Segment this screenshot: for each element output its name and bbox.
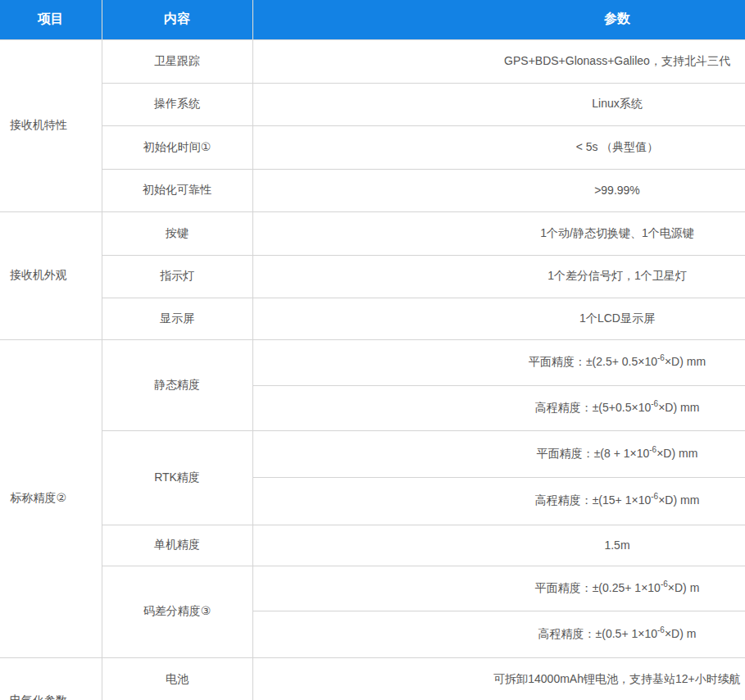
param-cell: 高程精度：±(5+0.5×10-6×D) mm xyxy=(252,385,745,430)
param-cell: 1.5m xyxy=(252,525,745,566)
content-cell: 静态精度 xyxy=(102,339,252,430)
table-row: 初始化可靠性 >99.99% xyxy=(0,169,745,211)
param-cell: 可拆卸14000mAh锂电池，支持基站12+小时续航 xyxy=(252,657,745,700)
table-row: 码差分精度③ 平面精度：±(0.25+ 1×10-6×D) m xyxy=(0,566,745,611)
param-superscript: -6 xyxy=(657,353,665,362)
content-cell: 操作系统 xyxy=(102,83,252,125)
param-superscript: -6 xyxy=(661,580,668,589)
header-cell-param: 参数 xyxy=(252,0,745,39)
section-cell-electrical-params: 电气化参数 xyxy=(0,657,102,700)
content-cell: 初始化时间① xyxy=(102,125,252,169)
content-cell: 初始化可靠性 xyxy=(102,169,252,211)
param-text: 平面精度：±(2.5+ 0.5×10 xyxy=(529,355,657,368)
param-superscript: -6 xyxy=(651,492,658,501)
param-text: ×D) mm xyxy=(656,447,697,460)
param-superscript: -6 xyxy=(657,625,665,634)
param-text: 平面精度：±(8 + 1×10 xyxy=(537,447,650,460)
param-text: 高程精度：±(0.5+ 1×10 xyxy=(538,627,657,640)
param-text: ×D) mm xyxy=(658,401,699,414)
content-cell: RTK精度 xyxy=(102,430,252,525)
param-cell: < 5s （典型值） xyxy=(252,125,745,169)
param-superscript: -6 xyxy=(649,445,656,454)
param-cell: 1个差分信号灯，1个卫星灯 xyxy=(252,255,745,298)
table-row: RTK精度 平面精度：±(8 + 1×10-6×D) mm xyxy=(0,430,745,477)
section-cell-receiver-appearance: 接收机外观 xyxy=(0,211,102,339)
table-row: 电气化参数 电池 可拆卸14000mAh锂电池，支持基站12+小时续航 xyxy=(0,657,745,700)
content-cell: 显示屏 xyxy=(102,298,252,339)
header-cell-content: 内容 xyxy=(102,0,252,39)
param-cell: 1个动/静态切换键、1个电源键 xyxy=(252,211,745,255)
param-cell: 平面精度：±(8 + 1×10-6×D) mm xyxy=(252,430,745,477)
param-text: ×D) mm xyxy=(665,355,706,368)
param-cell: >99.99% xyxy=(252,169,745,211)
spec-table: 项目 内容 参数 接收机特性 卫星跟踪 GPS+BDS+Glonass+Gali… xyxy=(0,0,745,700)
table-row: 操作系统 Linux系统 xyxy=(0,83,745,125)
param-text: ×D) m xyxy=(665,627,697,640)
param-text: 平面精度：±(0.25+ 1×10 xyxy=(535,581,661,594)
header-cell-item: 项目 xyxy=(0,0,102,39)
table-row: 接收机外观 按键 1个动/静态切换键、1个电源键 xyxy=(0,211,745,255)
param-cell: Linux系统 xyxy=(252,83,745,125)
section-cell-receiver-features: 接收机特性 xyxy=(0,39,102,211)
table-row: 初始化时间① < 5s （典型值） xyxy=(0,125,745,169)
param-text: 高程精度：±(15+ 1×10 xyxy=(535,493,652,507)
content-cell: 指示灯 xyxy=(102,255,252,298)
param-cell: GPS+BDS+Glonass+Galileo，支持北斗三代 xyxy=(252,39,745,83)
param-cell: 1个LCD显示屏 xyxy=(252,298,745,339)
table-row: 显示屏 1个LCD显示屏 xyxy=(0,298,745,339)
table-row: 单机精度 1.5m xyxy=(0,525,745,566)
param-text: ×D) m xyxy=(668,581,700,594)
param-cell: 高程精度：±(0.5+ 1×10-6×D) m xyxy=(252,611,745,657)
param-text: 高程精度：±(5+0.5×10 xyxy=(535,401,652,414)
param-cell: 平面精度：±(0.25+ 1×10-6×D) m xyxy=(252,566,745,611)
content-cell: 码差分精度③ xyxy=(102,566,252,657)
table-row: 指示灯 1个差分信号灯，1个卫星灯 xyxy=(0,255,745,298)
content-cell: 卫星跟踪 xyxy=(102,39,252,83)
table-row: 标称精度② 静态精度 平面精度：±(2.5+ 0.5×10-6×D) mm xyxy=(0,339,745,385)
param-cell: 高程精度：±(15+ 1×10-6×D) mm xyxy=(252,477,745,525)
table-row: 接收机特性 卫星跟踪 GPS+BDS+Glonass+Galileo，支持北斗三… xyxy=(0,39,745,83)
content-cell: 电池 xyxy=(102,657,252,700)
param-superscript: -6 xyxy=(651,399,658,408)
section-cell-nominal-accuracy: 标称精度② xyxy=(0,339,102,657)
header-row: 项目 内容 参数 xyxy=(0,0,745,39)
param-cell: 平面精度：±(2.5+ 0.5×10-6×D) mm xyxy=(252,339,745,385)
content-cell: 单机精度 xyxy=(102,525,252,566)
content-cell: 按键 xyxy=(102,211,252,255)
param-text: ×D) mm xyxy=(658,493,699,507)
spec-table-viewport: 项目 内容 参数 接收机特性 卫星跟踪 GPS+BDS+Glonass+Gali… xyxy=(0,0,745,700)
